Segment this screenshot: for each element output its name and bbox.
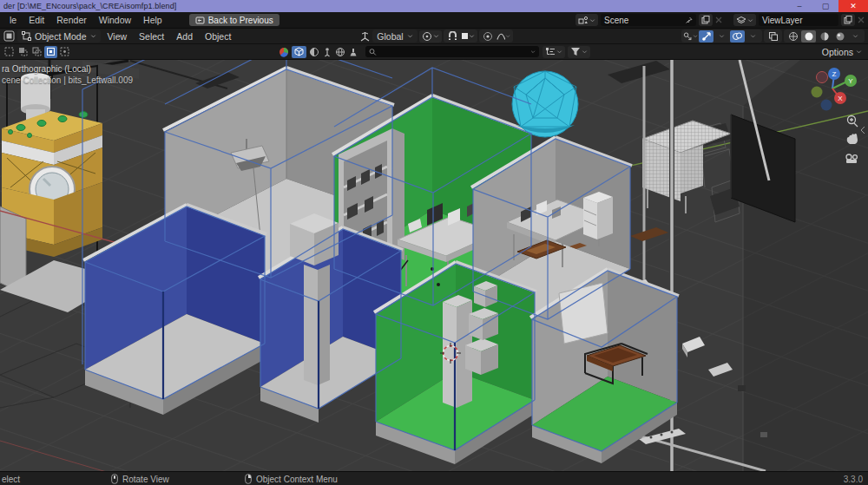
shading-material-button[interactable] (817, 30, 832, 43)
menu-view[interactable]: View (102, 29, 133, 44)
right-mouse-icon (245, 474, 252, 484)
filter-mesh-toggle[interactable] (292, 46, 306, 58)
shading-dropdown[interactable] (848, 30, 863, 43)
viewlayer-remove-icon[interactable] (858, 16, 865, 23)
select-intersect-icon (60, 47, 69, 56)
menu-render[interactable]: Render (50, 12, 92, 28)
select-set-icon (4, 47, 14, 56)
gizmo-y-neg[interactable] (812, 87, 823, 98)
filter-dropdown[interactable] (568, 46, 590, 58)
menu-add[interactable]: Add (171, 29, 198, 44)
window-controls: – ▢ ✕ (786, 0, 868, 12)
select-mode-extend[interactable] (16, 46, 30, 58)
select-extend-icon (18, 47, 28, 56)
overlays-icon (732, 31, 743, 42)
menu-help[interactable]: Help (137, 12, 168, 28)
chevron-down-icon (556, 49, 562, 55)
display-mode-dropdown[interactable] (542, 46, 565, 58)
chevron-down-icon (747, 17, 753, 23)
blender-window: der [D:\ME_ENcours\pack_\CREAisomfp1.ble… (0, 0, 868, 485)
close-button[interactable]: ✕ (838, 0, 868, 12)
select-hint-label: elect (2, 475, 20, 484)
chevron-down-icon (856, 49, 862, 55)
search-input[interactable] (380, 47, 527, 56)
search-icon (369, 48, 377, 56)
filter-workspace-icon[interactable] (279, 47, 289, 57)
orientation-dropdown[interactable]: Global (372, 29, 417, 43)
viewport-canvas[interactable]: Z Y X (0, 60, 868, 471)
pin-icon[interactable] (685, 16, 693, 24)
funnel-icon (570, 47, 581, 56)
version-label: 3.3.0 (844, 472, 863, 485)
chevron-down-icon (469, 33, 475, 39)
rendered-shading-icon (835, 31, 845, 42)
gizmo-z-label: Z (832, 70, 837, 78)
xray-cluster (764, 29, 782, 43)
viewlayer-browse-button[interactable] (733, 14, 756, 26)
search-field[interactable] (365, 46, 539, 57)
scene-unlink-icon[interactable] (715, 16, 722, 23)
whiteboard[interactable] (559, 283, 608, 344)
editor-type-icon[interactable] (3, 30, 16, 42)
gizmos-icon (701, 31, 712, 42)
material-shading-icon (819, 31, 830, 42)
shading-solid-button[interactable] (801, 30, 816, 43)
options-dropdown[interactable]: Options (822, 47, 865, 57)
gizmos-toggle[interactable] (699, 30, 713, 43)
scene-browse-button[interactable] (575, 14, 598, 26)
rotate-hint-label: Rotate View (122, 475, 169, 484)
select-mode-intersect[interactable] (58, 46, 71, 58)
view-layer-icon (736, 16, 746, 25)
filter-brush-icon[interactable] (348, 47, 358, 57)
minimize-button[interactable]: – (786, 0, 812, 12)
xray-icon (768, 31, 779, 42)
select-mode-set[interactable] (3, 46, 16, 58)
shading-rendered-button[interactable] (832, 30, 847, 43)
mode-dropdown[interactable]: Object Mode (17, 29, 101, 43)
menu-file[interactable]: le (3, 12, 23, 28)
filter-world-icon[interactable] (335, 47, 345, 57)
menu-edit[interactable]: Edit (23, 12, 50, 28)
menu-window[interactable]: Window (93, 12, 137, 28)
gizmos-dropdown[interactable] (714, 30, 729, 43)
filter-armature-icon[interactable] (322, 47, 332, 57)
overlays-dropdown[interactable] (746, 30, 760, 43)
gizmo-cluster (681, 29, 762, 43)
chevron-down-icon[interactable] (530, 49, 536, 55)
shading-cluster (784, 29, 865, 43)
gizmo-x-neg[interactable] (817, 72, 828, 83)
show-gizmo-icon (683, 31, 693, 42)
scene-name-field[interactable]: Scene (601, 14, 696, 26)
gizmo-z-neg[interactable] (821, 100, 832, 111)
overlays-toggle[interactable] (730, 30, 745, 43)
drawer-unit[interactable] (583, 192, 613, 239)
falloff-dropdown[interactable] (496, 30, 511, 43)
maximize-button[interactable]: ▢ (812, 0, 838, 12)
snap-toggle[interactable] (445, 30, 460, 43)
snap-target-dropdown[interactable] (461, 30, 476, 43)
back-to-previous-button[interactable]: Back to Previous (189, 14, 279, 26)
chevron-down-icon (433, 33, 439, 39)
show-gizmo-dropdown[interactable] (683, 30, 698, 43)
duplicate-icon (701, 16, 710, 24)
snap-increment-icon (461, 32, 469, 40)
tool-settings-bar: Options (0, 44, 868, 60)
xray-toggle[interactable] (766, 30, 780, 43)
window-title: der [D:\ME_ENcours\pack_\CREAisomfp1.ble… (3, 2, 176, 10)
chevron-down-icon (407, 33, 413, 39)
geodesic-dome[interactable] (512, 71, 578, 137)
menu-select[interactable]: Select (134, 29, 169, 44)
proportional-editing-toggle[interactable] (481, 30, 496, 43)
filter-shading-icon[interactable] (309, 47, 319, 57)
menu-object[interactable]: Object (200, 29, 236, 44)
chevron-down-icon (90, 33, 96, 39)
select-mode-subtract[interactable] (30, 46, 43, 58)
select-mode-invert[interactable] (44, 46, 57, 58)
backdrop-wall[interactable] (743, 60, 868, 471)
middle-mouse-icon (111, 474, 118, 484)
scene-new-button[interactable] (699, 14, 713, 26)
pivot-point-dropdown[interactable] (419, 30, 442, 43)
shading-wireframe-button[interactable] (786, 30, 800, 43)
viewlayer-name-field[interactable]: ViewLayer (759, 14, 838, 26)
viewlayer-new-button[interactable] (841, 14, 855, 26)
